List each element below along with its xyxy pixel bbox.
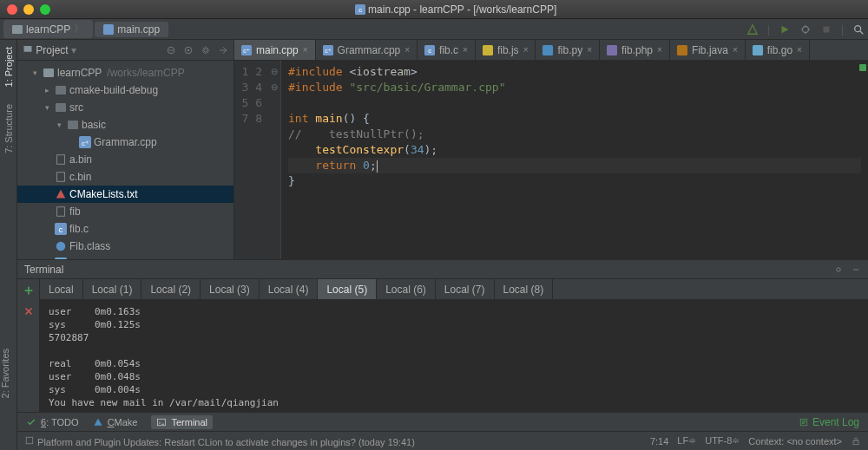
- navigation-bar: learnCPP 〉 main.cpp | |: [0, 19, 868, 40]
- breadcrumb-item[interactable]: main.cpp: [95, 22, 168, 37]
- close-icon[interactable]: ×: [587, 45, 592, 55]
- tool-cmake[interactable]: CMake: [93, 417, 138, 427]
- breadcrumb-item[interactable]: learnCPP 〉: [3, 20, 93, 38]
- add-icon[interactable]: [23, 284, 35, 297]
- notification-icon[interactable]: [24, 435, 35, 446]
- project-tree[interactable]: ▾learnCPP/works/learnCPP▸cmake-build-deb…: [17, 61, 233, 259]
- tree-item[interactable]: ▸cmake-build-debug: [17, 82, 233, 99]
- svg-rect-14: [57, 173, 65, 182]
- window-controls: [7, 4, 50, 15]
- terminal-tab[interactable]: Local (2): [141, 279, 201, 299]
- tool-window-project[interactable]: 1: Project: [3, 47, 14, 87]
- debug-icon[interactable]: [799, 23, 812, 36]
- close-icon[interactable]: ×: [523, 45, 529, 55]
- tree-item[interactable]: a.bin: [17, 151, 233, 168]
- tree-item[interactable]: ▾basic: [17, 116, 233, 134]
- tree-item[interactable]: c⁺Grammar.cpp: [17, 134, 233, 151]
- tree-item[interactable]: c.bin: [17, 168, 233, 186]
- tool-window-structure[interactable]: 7: Structure: [3, 104, 14, 153]
- tool-todo[interactable]: 6: TODO: [26, 417, 79, 427]
- code-editor[interactable]: 1 2 3 4 5 6 7 8 ⊖ ⊖ #include <iostream> …: [234, 61, 868, 259]
- terminal-tab[interactable]: Local (6): [377, 279, 436, 299]
- run-toolbar: | |: [746, 23, 865, 36]
- target-icon[interactable]: [183, 45, 194, 55]
- svg-text:c⁺: c⁺: [82, 140, 89, 147]
- tree-item[interactable]: Fib.class: [17, 238, 233, 255]
- tree-item[interactable]: ▾src: [17, 99, 233, 116]
- file-icon: [54, 205, 68, 218]
- event-log-button[interactable]: Event Log: [799, 416, 859, 428]
- tree-item[interactable]: CMakeLists.txt: [17, 186, 233, 203]
- terminal-tab[interactable]: Local (3): [201, 279, 260, 299]
- terminal-tab[interactable]: Local (7): [436, 279, 495, 299]
- line-separator[interactable]: LF≑: [677, 435, 696, 447]
- svg-rect-30: [677, 45, 687, 55]
- tree-item[interactable]: ▾learnCPP/works/learnCPP: [17, 64, 233, 82]
- build-icon[interactable]: [746, 23, 759, 36]
- close-icon[interactable]: ×: [797, 45, 802, 55]
- hide-icon[interactable]: [218, 45, 228, 55]
- tree-item[interactable]: fib: [17, 203, 233, 220]
- folder-dim-icon: [54, 86, 68, 95]
- event-log-icon: [799, 417, 809, 427]
- terminal-tab[interactable]: Local (4): [260, 279, 319, 299]
- minimize-icon[interactable]: [23, 4, 34, 15]
- status-message[interactable]: Platform and Plugin Updates: Restart CLi…: [37, 437, 415, 447]
- lock-icon[interactable]: [851, 436, 861, 447]
- editor-tab[interactable]: cfib.c×: [418, 40, 476, 60]
- cursor-position[interactable]: 7:14: [650, 436, 668, 447]
- editor-tab[interactable]: c⁺main.cpp×: [234, 40, 316, 60]
- tree-item[interactable]: cfib.c: [17, 220, 233, 238]
- tool-window-favorites[interactable]: 2: Favorites: [0, 349, 10, 398]
- run-icon[interactable]: [779, 23, 791, 36]
- svg-text:c: c: [59, 225, 63, 234]
- close-icon[interactable]: [7, 4, 17, 15]
- svg-point-32: [837, 267, 841, 271]
- svg-point-5: [855, 25, 861, 31]
- file-icon: [54, 171, 68, 183]
- editor-tab[interactable]: Fib.java×: [670, 40, 746, 60]
- search-icon[interactable]: [852, 23, 865, 36]
- close-icon[interactable]: ×: [657, 45, 662, 55]
- stop-icon[interactable]: [820, 23, 832, 36]
- gear-icon[interactable]: [201, 45, 211, 55]
- main-area: 1: Project 7: Structure Project ▾: [0, 40, 868, 450]
- terminal-tab[interactable]: Local (1): [83, 279, 142, 299]
- project-pane-header: Project ▾: [17, 40, 233, 61]
- svg-text:c: c: [358, 6, 362, 14]
- fold-gutter[interactable]: ⊖ ⊖: [269, 61, 281, 259]
- cmake-icon: [54, 188, 68, 200]
- collapse-icon[interactable]: [166, 45, 176, 55]
- encoding[interactable]: UTF-8≑: [705, 435, 740, 447]
- code-content[interactable]: #include <iostream> #include "src/basic/…: [281, 61, 868, 259]
- close-icon[interactable]: ×: [303, 45, 308, 55]
- context[interactable]: Context: <no context>: [748, 436, 842, 447]
- status-bar: Platform and Plugin Updates: Restart CLi…: [17, 431, 868, 450]
- project-icon: [23, 43, 33, 54]
- hide-icon[interactable]: [851, 264, 861, 275]
- editor-tab[interactable]: fib.js×: [476, 40, 536, 60]
- close-icon[interactable]: [23, 305, 35, 317]
- maximize-icon[interactable]: [40, 4, 50, 15]
- terminal-output[interactable]: user 0m0.163s sys 0m0.125s 5702887 real …: [40, 300, 868, 412]
- editor-tab[interactable]: c⁺Grammar.cpp×: [316, 40, 418, 60]
- terminal-tab[interactable]: Local: [40, 279, 83, 299]
- terminal-tab[interactable]: Local (5): [318, 279, 377, 299]
- terminal-pane: Terminal LocalLocal (1)Local (2)Local (3…: [17, 259, 868, 412]
- tool-terminal[interactable]: Terminal: [151, 415, 213, 429]
- inspection-indicator-icon[interactable]: [859, 64, 866, 71]
- svg-rect-35: [26, 437, 33, 444]
- terminal-tab[interactable]: Local (8): [495, 279, 554, 299]
- close-icon[interactable]: ×: [463, 45, 468, 55]
- close-icon[interactable]: ×: [404, 45, 410, 55]
- titlebar: c main.cpp - learnCPP - [/works/learnCPP…: [0, 0, 868, 19]
- svg-text:c⁺: c⁺: [243, 48, 249, 54]
- editor-tab[interactable]: fib.go×: [746, 40, 810, 60]
- gear-icon[interactable]: [833, 264, 844, 275]
- svg-rect-27: [483, 45, 493, 55]
- editor-tab[interactable]: fib.py×: [536, 40, 600, 60]
- folder-dim-icon: [66, 121, 80, 129]
- editor-tab[interactable]: fib.php×: [600, 40, 670, 60]
- editor-area: c⁺main.cpp×c⁺Grammar.cpp×cfib.c×fib.js×f…: [234, 40, 868, 259]
- close-icon[interactable]: ×: [733, 45, 738, 55]
